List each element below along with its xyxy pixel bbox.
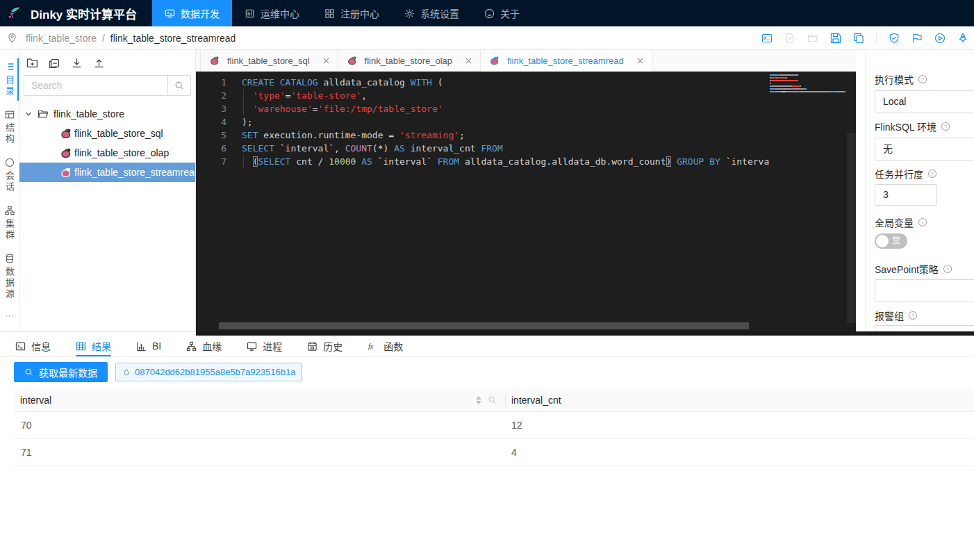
rail-item-session[interactable]: 会话	[0, 151, 19, 199]
alert-group-select[interactable]	[875, 325, 974, 331]
rail-label: 结构	[3, 123, 16, 145]
tab-result[interactable]: 结果	[76, 336, 111, 356]
tree-node-task[interactable]: flink_table_store_sql	[19, 124, 195, 143]
question-circle-icon[interactable]: ?	[943, 264, 952, 274]
exec-mode-select[interactable]: Local	[875, 90, 974, 113]
rocket-submit-icon[interactable]	[957, 33, 968, 44]
flag-icon[interactable]	[911, 33, 923, 44]
download-icon[interactable]	[71, 57, 83, 69]
code-line[interactable]: 2 'type'='table-store',	[196, 89, 770, 102]
field-label-exec-mode: 执行模式 ?	[875, 72, 927, 86]
breadcrumb-parent[interactable]: flink_table_store	[26, 33, 97, 44]
tab-info[interactable]: 信息	[15, 336, 51, 356]
rail-item-cluster[interactable]: 集群	[0, 199, 19, 247]
editor-horizontal-scrollbar[interactable]	[219, 322, 749, 329]
editor-action-toolbar	[761, 33, 970, 44]
upload-icon[interactable]	[93, 57, 105, 69]
field-label-text: 任务并行度	[875, 167, 923, 181]
shield-check-icon[interactable]	[889, 33, 900, 44]
question-circle-icon[interactable]: ?	[927, 169, 937, 179]
code-line[interactable]: 4);	[196, 115, 770, 129]
code-line[interactable]: 1CREATE CATALOG alldata_catalog WITH (	[196, 76, 770, 89]
editor-tab[interactable]: flink_table_store_sql	[200, 50, 338, 71]
info-circle-icon[interactable]: i	[918, 217, 927, 227]
process-monitor-icon	[247, 341, 257, 352]
dinky-logo-icon	[6, 4, 24, 22]
copy-icon[interactable]	[853, 33, 864, 44]
code-line[interactable]: 3 'warehouse'='file:/tmp/table_store'	[196, 102, 770, 115]
close-icon[interactable]	[323, 58, 329, 64]
rail-item-catalog[interactable]: 目录	[0, 56, 19, 104]
collapse-all-icon[interactable]	[49, 57, 60, 69]
sql-code-editor[interactable]: 1CREATE CATALOG alldata_catalog WITH (2 …	[196, 72, 856, 331]
editor-tab[interactable]: flink_table_store_olap	[338, 50, 481, 71]
table-row[interactable]: 7012	[14, 412, 974, 439]
rail-more-button[interactable]: ···	[5, 310, 14, 331]
rail-label: 集群	[3, 219, 16, 241]
column-search-icon[interactable]	[488, 395, 497, 404]
line-number: 4	[196, 115, 226, 129]
savepoint-strategy-select[interactable]	[875, 279, 974, 302]
fetch-latest-data-button[interactable]: 获取最新数据	[14, 362, 108, 382]
run-play-icon[interactable]	[934, 33, 946, 44]
table-row[interactable]: 714	[14, 439, 974, 466]
tab-label: 函数	[383, 339, 403, 353]
nav-label: 关于	[500, 6, 520, 20]
nav-item-register-center[interactable]: 注册中心	[312, 0, 392, 26]
file-add-icon[interactable]	[784, 33, 795, 44]
editor-vertical-scrollbar[interactable]	[847, 133, 856, 323]
result-table: interval interval_cnt 7012714	[14, 388, 974, 466]
nav-item-data-develop[interactable]: 数据开发	[152, 0, 232, 26]
table-header-interval-cnt: interval_cnt	[506, 388, 561, 411]
question-circle-icon[interactable]: ?	[908, 311, 918, 320]
nav-label: 运维中心	[261, 6, 299, 20]
tree-node-task-selected[interactable]: flink_table_store_streamread	[19, 163, 195, 182]
console-check-icon[interactable]	[761, 33, 773, 44]
code-line[interactable]: 6SELECT `interval`, COUNT(*) AS interval…	[196, 142, 770, 155]
parallelism-input[interactable]: 3	[875, 184, 937, 206]
sorter-icon[interactable]	[476, 396, 481, 404]
datasource-icon	[5, 254, 15, 263]
tree-search-button[interactable]	[167, 76, 190, 95]
svg-text:?: ?	[944, 124, 947, 130]
tab-function[interactable]: fx 函数	[368, 336, 403, 356]
structure-table-icon	[5, 110, 15, 120]
close-icon[interactable]	[637, 58, 643, 64]
tab-lineage[interactable]: 血缘	[186, 336, 222, 356]
rail-item-structure[interactable]: 结构	[0, 104, 19, 151]
question-circle-icon[interactable]: ?	[918, 74, 927, 84]
svg-text:fx: fx	[368, 343, 374, 350]
close-icon[interactable]	[465, 58, 472, 64]
code-line[interactable]: 5SET execution.runtime-mode = 'streaming…	[196, 129, 770, 142]
svg-text:?: ?	[911, 313, 914, 319]
folder-add-icon[interactable]	[26, 57, 38, 69]
tab-history[interactable]: 历史	[307, 336, 342, 356]
svg-text:?: ?	[931, 171, 934, 177]
nav-item-settings[interactable]: 系统设置	[392, 0, 472, 26]
tree-node-root[interactable]: flink_table_store	[19, 104, 195, 124]
chevron-down-icon[interactable]	[25, 110, 32, 117]
result-actions-row: 获取最新数据 087042dd62b81955a8e5b7a923516b1a	[0, 357, 974, 382]
tab-bi[interactable]: BI	[136, 336, 161, 356]
nav-item-ops-center[interactable]: 运维中心	[232, 0, 312, 26]
tree-body: flink_table_store flink_table_store_sql …	[19, 104, 195, 182]
editor-minimap[interactable]	[770, 74, 852, 93]
question-circle-icon[interactable]: ?	[941, 122, 950, 131]
rail-item-datasource[interactable]: 数据源	[0, 247, 19, 306]
tree-node-task[interactable]: flink_table_store_olap	[19, 143, 195, 163]
flinksql-env-select[interactable]: 无	[875, 138, 974, 160]
code-line[interactable]: 7 (SELECT cnt / 10000 AS `interval` FROM…	[196, 155, 770, 168]
nav-item-about[interactable]: 关于	[472, 0, 532, 26]
tab-process[interactable]: 进程	[247, 336, 282, 356]
editor-tab-active[interactable]: flink_table_store_streamread	[481, 50, 652, 72]
global-vars-toggle[interactable]: 禁用	[875, 233, 907, 249]
tree-node-label: flink_table_store_olap	[74, 147, 169, 158]
tree-search-input[interactable]	[24, 76, 167, 95]
folder-open-icon[interactable]	[807, 33, 818, 44]
folder-open-icon	[38, 108, 49, 120]
job-id-tag[interactable]: 087042dd62b81955a8e5b7a923516b1a	[115, 363, 302, 381]
column-title: interval_cnt	[511, 395, 561, 406]
save-icon[interactable]	[830, 33, 841, 44]
line-number: 6	[196, 142, 226, 155]
toggle-label: 禁用	[892, 233, 907, 264]
